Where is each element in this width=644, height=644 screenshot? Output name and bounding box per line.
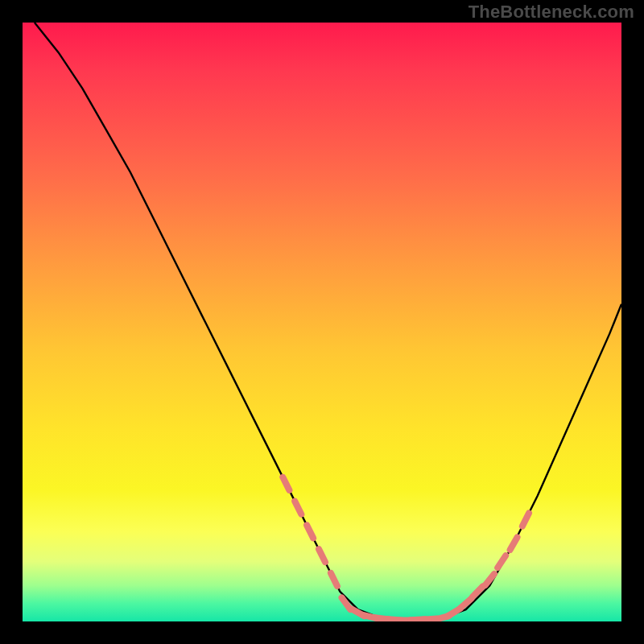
curve-line	[35, 23, 621, 621]
curve-marker	[510, 538, 518, 551]
curve-marker	[497, 555, 506, 568]
bottleneck-curve	[35, 23, 621, 621]
curve-marker	[485, 574, 494, 585]
curve-marker	[331, 573, 337, 586]
curve-marker	[283, 477, 289, 490]
curve-marker	[295, 502, 301, 514]
curve-marker	[307, 525, 313, 538]
watermark-text: TheBottleneck.com	[469, 2, 634, 23]
curve-markers	[283, 477, 529, 621]
chart-svg	[23, 23, 621, 621]
chart-frame	[18, 18, 626, 626]
curve-marker	[319, 549, 325, 562]
chart-gradient-background	[23, 23, 621, 621]
curve-marker	[522, 514, 529, 526]
